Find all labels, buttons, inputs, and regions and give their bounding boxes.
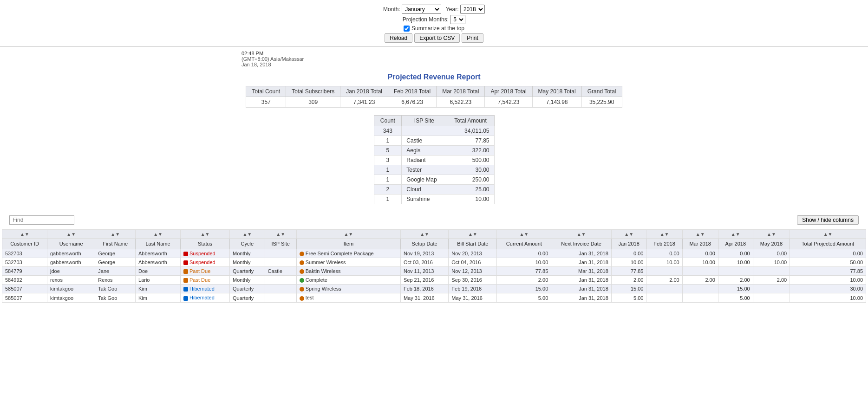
status-icon	[183, 260, 188, 265]
sort-arrow: ▲▼	[153, 232, 163, 237]
isp-name: Aegis	[402, 146, 447, 156]
item-cell: Free Semi Complete Package	[296, 249, 400, 258]
sort-cell[interactable]: ▲▼	[682, 230, 718, 239]
customer-id-cell: 585007	[2, 293, 47, 302]
sort-arrow: ▲▼	[660, 232, 669, 237]
reload-button[interactable]: Reload	[385, 33, 412, 43]
status-label: Suspended	[189, 259, 215, 265]
status-label: Suspended	[189, 251, 215, 256]
data-cell: George	[95, 258, 136, 267]
data-header: Current Amount	[497, 239, 551, 249]
isp-row: 1Castle77.85	[374, 136, 494, 146]
sort-cell[interactable]: ▲▼	[296, 230, 400, 239]
table-row: 532703gabbersworthGeorgeAbbersworthSuspe…	[2, 249, 866, 258]
data-cell: Oct 04, 2016	[449, 258, 497, 267]
item-icon	[300, 296, 304, 301]
sort-arrow: ▲▼	[823, 232, 833, 237]
amount-cell: 5.00	[718, 293, 753, 302]
amount-cell	[682, 293, 718, 302]
sort-cell[interactable]: ▲▼	[181, 230, 230, 239]
data-header: Customer ID	[2, 239, 47, 249]
data-header: Status	[181, 239, 230, 249]
data-cell: rexos	[47, 276, 95, 285]
sort-cell[interactable]: ▲▼	[790, 230, 866, 239]
item-icon	[300, 278, 304, 283]
customer-id-cell: 585007	[2, 285, 47, 293]
sort-arrow: ▲▼	[344, 232, 353, 237]
data-header: Jan 2018	[611, 239, 646, 249]
isp-amount: 30.00	[447, 165, 494, 175]
sort-cell[interactable]: ▲▼	[718, 230, 753, 239]
sort-cell[interactable]: ▲▼	[449, 230, 497, 239]
data-header: Last Name	[136, 239, 181, 249]
amount-cell	[646, 293, 682, 302]
amount-cell: Jan 31, 2018	[551, 249, 612, 258]
summary-header: Grand Total	[581, 86, 622, 97]
summary-section: Total CountTotal SubscribersJan 2018 Tot…	[0, 86, 868, 108]
show-hide-columns-button[interactable]: Show / hide columns	[797, 215, 859, 225]
isp-row: 5Aegis322.00	[374, 146, 494, 156]
table-row: 584779jdoeJaneDoePast DueQuarterlyCastle…	[2, 267, 866, 276]
status-label: Hibernated	[189, 295, 215, 300]
sort-cell[interactable]: ▲▼	[230, 230, 265, 239]
sort-cell[interactable]: ▲▼	[611, 230, 646, 239]
sort-arrow: ▲▼	[696, 232, 705, 237]
sort-cell[interactable]: ▲▼	[47, 230, 95, 239]
sort-arrow: ▲▼	[111, 232, 120, 237]
data-table: ▲▼▲▼▲▼▲▼▲▼▲▼▲▼▲▼▲▼▲▼▲▼▲▼▲▼▲▼▲▼▲▼▲▼▲▼ Cus…	[2, 229, 866, 303]
sort-arrow: ▲▼	[731, 232, 740, 237]
item-label: Free Semi Complete Package	[306, 251, 374, 256]
summarize-checkbox[interactable]	[404, 26, 410, 32]
isp-count: 3	[374, 156, 402, 165]
sort-arrow: ▲▼	[201, 232, 210, 237]
amount-cell: 0.00	[646, 249, 682, 258]
isp-header: Total Amount	[447, 116, 494, 126]
isp-name: Castle	[402, 136, 447, 146]
month-label: Month:	[383, 6, 400, 13]
month-select[interactable]: JanuaryFebruaryMarch AprilMayJune JulyAu…	[402, 5, 441, 14]
status-icon	[183, 278, 188, 283]
amount-cell: 10.00	[753, 258, 790, 267]
data-cell: Quarterly	[230, 293, 265, 302]
sort-cell[interactable]: ▲▼	[400, 230, 448, 239]
find-input[interactable]	[9, 215, 74, 225]
item-cell: Baktin Wireless	[296, 267, 400, 276]
data-cell: Nov 20, 2013	[449, 249, 497, 258]
status-cell: Past Due	[181, 276, 230, 285]
sort-cell[interactable]: ▲▼	[136, 230, 181, 239]
sort-cell[interactable]: ▲▼	[497, 230, 551, 239]
amount-cell: 2.00	[611, 276, 646, 285]
summary-header: Total Subscribers	[286, 86, 340, 97]
isp-name: Radiant	[402, 156, 447, 165]
sort-cell[interactable]: ▲▼	[265, 230, 296, 239]
summary-value: 7,341.23	[340, 97, 388, 108]
sort-cell[interactable]: ▲▼	[551, 230, 612, 239]
sort-cell[interactable]: ▲▼	[753, 230, 790, 239]
projection-label: Projection Months:	[403, 16, 449, 23]
isp-name: Cloud	[402, 185, 447, 195]
data-cell: May 31, 2016	[400, 293, 448, 302]
projection-select[interactable]: 1234 56	[450, 15, 465, 24]
summary-value: 6,522.23	[437, 97, 485, 108]
isp-table-body: 34334,011.051Castle77.855Aegis322.003Rad…	[374, 126, 494, 204]
item-icon	[300, 287, 304, 292]
data-header: Mar 2018	[682, 239, 718, 249]
data-cell: kimtakgoo	[47, 285, 95, 293]
data-header: Item	[296, 239, 400, 249]
sort-arrow: ▲▼	[276, 232, 285, 237]
sort-cell[interactable]: ▲▼	[2, 230, 47, 239]
data-cell	[265, 258, 296, 267]
sort-cell[interactable]: ▲▼	[646, 230, 682, 239]
amount-cell: Jan 31, 2018	[551, 285, 612, 293]
timestamp-timezone: (GMT+8:00) Asia/Makassar	[241, 56, 868, 62]
isp-count: 5	[374, 146, 402, 156]
customer-id-cell: 532703	[2, 258, 47, 267]
print-button[interactable]: Print	[462, 33, 483, 43]
isp-name	[402, 126, 447, 136]
data-header: Next Invoice Date	[551, 239, 612, 249]
export-csv-button[interactable]: Export to CSV	[414, 33, 460, 43]
sort-cell[interactable]: ▲▼	[95, 230, 136, 239]
data-header: ISP Site	[265, 239, 296, 249]
year-select[interactable]: 201720182019	[460, 5, 485, 14]
amount-cell: 0.00	[682, 249, 718, 258]
